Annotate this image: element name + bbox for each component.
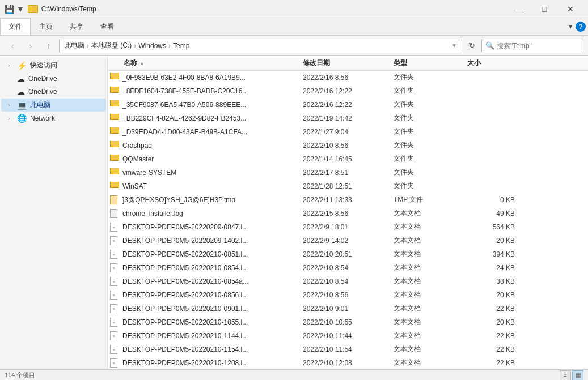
forward-button[interactable]: ›: [23, 39, 39, 53]
cell-date: 2022/2/10 9:01: [303, 305, 394, 313]
table-row[interactable]: ≡ DESKTOP-PDEP0M5-20220210-1144.l... 202…: [108, 329, 588, 343]
cell-size: 49 KB: [467, 210, 524, 217]
back-button[interactable]: ‹: [5, 39, 20, 53]
sidebar-item-onedrive1[interactable]: ☁ OneDrive: [1, 72, 106, 85]
cell-date: 2022/2/10 8:56: [303, 291, 394, 299]
doc-file-icon: ≡: [110, 250, 119, 259]
sidebar-item-network[interactable]: › 🌐 Network: [1, 112, 106, 125]
table-row[interactable]: ≡ DESKTOP-PDEP0M5-20220210-1208.l... 202…: [108, 356, 588, 369]
tab-home[interactable]: 主页: [31, 18, 61, 35]
refresh-button[interactable]: ↻: [464, 39, 479, 53]
path-segment-windows[interactable]: Windows: [138, 42, 166, 50]
table-row[interactable]: _8FDF1604-738F-455E-BADB-C20C16... 2022/…: [108, 84, 588, 98]
cell-date: 2022/2/10 11:44: [303, 332, 394, 340]
cell-type: 文件夹: [394, 86, 467, 96]
tab-file[interactable]: 文件: [0, 18, 31, 35]
up-button[interactable]: ↑: [41, 39, 57, 53]
onedrive-icon-2: ☁: [17, 87, 25, 96]
path-segment-computer[interactable]: 此电脑: [64, 41, 84, 50]
search-box[interactable]: 🔍: [481, 39, 583, 53]
table-row[interactable]: Crashpad 2022/2/10 8:56 文件夹: [108, 139, 588, 152]
cell-type: 文本文档: [394, 263, 467, 272]
file-area: 名称 ▲ 修改日期 类型 大小 _0F983E9B-63E2-4F00-8BA8…: [108, 56, 588, 369]
table-row[interactable]: ≡ DESKTOP-PDEP0M5-20220209-1402.l... 202…: [108, 234, 588, 247]
cell-filename: vmware-SYSTEM: [110, 168, 303, 177]
cell-filename: ≡ DESKTOP-PDEP0M5-20220209-0847.l...: [110, 223, 303, 232]
doc-file-icon: ≡: [110, 331, 119, 340]
maximize-button[interactable]: □: [531, 0, 557, 18]
path-segment-temp[interactable]: Temp: [173, 42, 189, 50]
view-tile-button[interactable]: ▦: [572, 370, 583, 381]
cell-date: 2022/2/10 11:54: [303, 345, 394, 353]
cell-type: 文件夹: [394, 154, 467, 164]
minimize-button[interactable]: —: [505, 0, 531, 18]
table-row[interactable]: _35CF9087-6EA5-47B0-A506-889EEE... 2022/…: [108, 98, 588, 112]
sidebar-item-onedrive2[interactable]: ☁ OneDrive: [1, 86, 106, 98]
sidebar-label-onedrive2: OneDrive: [28, 88, 57, 96]
title-save-icon[interactable]: 💾: [5, 5, 14, 14]
table-row[interactable]: ≡ DESKTOP-PDEP0M5-20220210-0854a... 2022…: [108, 275, 588, 288]
col-header-date[interactable]: 修改日期: [303, 58, 394, 68]
ribbon: 文件 主页 共享 查看 ▾ ?: [0, 18, 588, 36]
table-row[interactable]: chrome_installer.log 2022/2/15 8:56 文本文档…: [108, 207, 588, 220]
view-detail-button[interactable]: ≡: [560, 370, 571, 381]
table-row[interactable]: WinSAT 2022/1/28 12:51 文件夹: [108, 180, 588, 193]
table-row[interactable]: ≡ DESKTOP-PDEP0M5-20220210-0901.l... 202…: [108, 302, 588, 315]
cell-date: 2022/2/10 10:55: [303, 318, 394, 326]
tab-share[interactable]: 共享: [61, 18, 92, 35]
sort-arrow-name: ▲: [139, 61, 145, 66]
path-segment-drive[interactable]: 本地磁盘 (C:): [91, 41, 132, 50]
cell-size: 38 KB: [467, 277, 524, 285]
title-menu-icon[interactable]: ▼: [16, 5, 24, 14]
close-button[interactable]: ✕: [557, 0, 583, 18]
filename-text: _0F983E9B-63E2-4F00-8BA8-6A19B9...: [122, 74, 246, 82]
tab-view[interactable]: 查看: [92, 18, 122, 35]
expand-icon: ›: [8, 62, 14, 69]
table-row[interactable]: QQMaster 2022/1/14 16:45 文件夹: [108, 152, 588, 166]
table-row[interactable]: ≡ DESKTOP-PDEP0M5-20220210-1055.l... 202…: [108, 315, 588, 329]
cell-type: 文本文档: [394, 249, 467, 259]
table-row[interactable]: ]3@QPHXSO]YSH_JG@6E]H3P.tmp 2022/2/11 13…: [108, 193, 588, 207]
filename-text: _D39EDAD4-1D00-43AE-B49B-A1CFA...: [122, 128, 247, 136]
window-title: C:\Windows\Temp: [41, 5, 96, 13]
ribbon-expand-icon[interactable]: ▾: [569, 23, 572, 31]
table-row[interactable]: _BB229CF4-82AE-4262-9D82-FB2453... 2022/…: [108, 112, 588, 125]
filename-text: _8FDF1604-738F-455E-BADB-C20C16...: [122, 87, 248, 95]
cell-size: 564 KB: [467, 223, 524, 231]
col-header-name[interactable]: 名称 ▲: [110, 58, 303, 68]
path-dropdown-icon[interactable]: ▼: [451, 42, 457, 49]
table-row[interactable]: ≡ DESKTOP-PDEP0M5-20220210-1154.l... 202…: [108, 343, 588, 356]
help-icon[interactable]: ?: [576, 22, 586, 32]
doc-file-icon: ≡: [110, 304, 119, 313]
cell-filename: _35CF9087-6EA5-47B0-A506-889EEE...: [110, 100, 303, 109]
cell-filename: _0F983E9B-63E2-4F00-8BA8-6A19B9...: [110, 73, 303, 82]
sidebar-item-this-pc[interactable]: › 💻 此电脑: [1, 99, 106, 112]
cell-type: 文本文档: [394, 290, 467, 300]
table-row[interactable]: _0F983E9B-63E2-4F00-8BA8-6A19B9... 2022/…: [108, 71, 588, 84]
table-row[interactable]: _D39EDAD4-1D00-43AE-B49B-A1CFA... 2022/1…: [108, 125, 588, 139]
table-row[interactable]: ≡ DESKTOP-PDEP0M5-20220210-0856.l... 202…: [108, 288, 588, 302]
table-row[interactable]: ≡ DESKTOP-PDEP0M5-20220209-0847.l... 202…: [108, 220, 588, 234]
cell-type: 文件夹: [394, 168, 467, 177]
cell-size: 24 KB: [467, 264, 524, 272]
sidebar-label-this-pc: 此电脑: [30, 100, 50, 110]
table-row[interactable]: vmware-SYSTEM 2022/2/17 8:51 文件夹: [108, 166, 588, 180]
table-row[interactable]: ≡ DESKTOP-PDEP0M5-20220210-0851.l... 202…: [108, 247, 588, 261]
search-input[interactable]: [497, 42, 582, 50]
filename-text: DESKTOP-PDEP0M5-20220210-0851.l...: [122, 250, 248, 258]
doc-file-icon: ≡: [110, 345, 119, 354]
cell-type: TMP 文件: [394, 195, 467, 204]
cell-date: 2022/2/10 12:08: [303, 359, 394, 367]
address-path[interactable]: 此电脑 › 本地磁盘 (C:) › Windows › Temp ▼: [59, 39, 462, 53]
col-header-size[interactable]: 大小: [467, 58, 524, 68]
path-sep-3: ›: [168, 42, 171, 50]
cell-date: 2022/2/15 8:56: [303, 210, 394, 217]
col-header-type[interactable]: 类型: [394, 58, 467, 68]
cell-date: 2022/2/16 8:56: [303, 74, 394, 82]
cell-size: 22 KB: [467, 359, 524, 367]
view-buttons: ≡ ▦: [560, 370, 583, 381]
col-name-label: 名称: [124, 58, 137, 68]
table-row[interactable]: ≡ DESKTOP-PDEP0M5-20220210-0854.l... 202…: [108, 261, 588, 275]
sidebar-item-quick-access[interactable]: › ⚡ 快速访问: [1, 59, 106, 72]
cell-date: 2022/2/9 18:01: [303, 223, 394, 231]
